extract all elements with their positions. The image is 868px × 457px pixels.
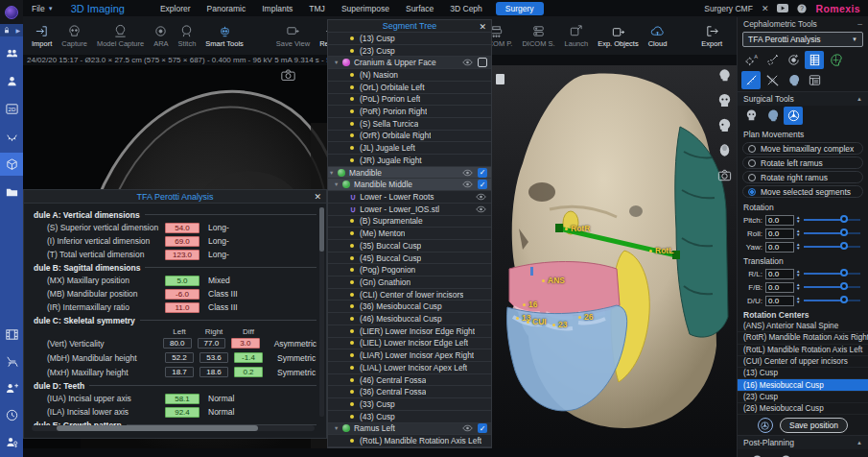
tree-item[interactable]: (LIER) Lower Incisor Edge Right [328,325,491,338]
slider-track[interactable] [804,232,860,234]
admin-user-nav-button[interactable] [0,430,23,453]
expand-arrow-icon[interactable]: ▾ [335,424,342,432]
tree-item[interactable]: ▾Mandible Middle✓ [328,179,491,191]
analysis-select[interactable]: TFA Perotti Analysis ▼ [742,32,863,47]
slider-thumb[interactable] [840,282,848,290]
tree-item[interactable]: (43) Cusp [328,411,491,423]
tree-item[interactable]: (LIAL) Lower Incisor Apex Left [328,362,491,374]
radio-move-selected-segments[interactable]: Move selected segments [742,185,863,198]
tree-item[interactable]: ∪Lower - Lower_IOS.stl [328,204,491,216]
stepper-icon[interactable]: ▲▼ [796,270,800,277]
import-button[interactable]: Import [27,24,57,48]
tree-item[interactable]: (23) Cusp [328,45,491,58]
rotation-axis-button[interactable] [784,107,803,125]
stitch-button[interactable]: Stitch [174,24,201,48]
dicom-s-button[interactable]: DICOM S. [517,24,559,48]
horizontal-scrollbar[interactable] [32,425,315,431]
tree-item[interactable]: (33) Cusp [328,398,491,411]
slider-track[interactable] [804,286,860,288]
slider-value-input[interactable] [765,242,794,253]
tree-item[interactable]: (OrR) Orbitale Right [328,131,491,143]
capture-button[interactable]: Capture [57,24,92,48]
slider-value-input[interactable] [765,282,794,293]
film-report-nav-button[interactable] [0,323,23,346]
hide-measure-button[interactable] [762,71,782,89]
stepper-icon[interactable]: ▲▼ [796,283,800,291]
rotation-center-item[interactable]: (CUI) Center of upper incisors [738,356,868,368]
stepper-icon[interactable]: ▲▼ [796,216,800,224]
rotation-center-item[interactable]: (23) Cusp [738,392,868,403]
stepper-icon[interactable]: ▲▼ [796,229,800,237]
close-icon[interactable]: ✕ [762,4,769,13]
view-skull-front-button[interactable] [715,90,734,109]
smart-tools-button[interactable]: Smart Tools [200,24,247,48]
tree-item[interactable]: (B) Supramentale [328,216,491,228]
launch-button[interactable]: Launch [560,24,594,48]
segment-checkbox[interactable]: ✓ [478,180,487,189]
slider-value-input[interactable] [765,228,794,239]
3d-module-nav-button[interactable] [0,153,23,176]
tree-item[interactable]: (S) Sella Turcica [328,118,491,131]
minimize-icon[interactable]: – [857,19,862,29]
video-tutorial-icon[interactable] [777,4,788,12]
view-skull-top-button[interactable] [715,140,734,159]
help-icon[interactable]: ? [797,4,807,13]
eye-icon[interactable] [462,180,473,188]
tree-item[interactable]: ▾Cranium & Upper Face [328,57,491,69]
eye-icon[interactable] [476,193,486,201]
slider-thumb[interactable] [840,228,848,236]
radio-rotate-left-ramus[interactable]: Rotate left ramus [742,156,863,169]
post-op-skull-button[interactable] [776,452,795,457]
eye-icon[interactable] [462,169,473,177]
tree-item[interactable]: (JL) Jugale Left [328,142,491,155]
tree-item[interactable]: (45) Buccal Cusp [328,253,491,265]
surgical-tools-header[interactable]: Surgical Tools ▲ [738,91,868,106]
history-clock-nav-button[interactable] [0,403,23,426]
vertical-scrollbar[interactable] [319,207,324,417]
rotation-axis-button[interactable] [758,418,773,433]
tree-item[interactable]: (Gn) Gnathion [328,277,491,289]
rotation-center-item[interactable]: (26) Mesiobuccal Cusp [738,403,868,415]
save-view-button[interactable]: Save View [271,24,315,48]
post-planning-header[interactable]: Post-Planning ▲ [738,435,868,449]
model-capture-button[interactable]: Model Capture [92,24,149,48]
export-button[interactable]: Export [696,24,727,48]
rotation-center-item[interactable]: (RotR) Mandible Rotation Axis Right [738,332,868,344]
landmark-edit-button[interactable] [762,51,782,69]
exp-objects-button[interactable]: Exp. Objects [593,24,644,48]
rotation-center-item[interactable]: (ANS) Anterior Nasal Spine [738,321,868,332]
2d-module-nav-button[interactable]: 2D [0,97,23,120]
slider-thumb[interactable] [840,296,848,303]
tree-item[interactable]: (36) Central Fossa [328,386,491,398]
rotate-landmark-button[interactable] [784,51,803,69]
report-table-button[interactable] [805,71,824,89]
tree-item[interactable]: (PoR) Porion Right [328,106,491,118]
tab-tmj[interactable]: TMJ [309,4,325,13]
add-patient-nav-button[interactable] [0,376,23,399]
face-mesh-button[interactable] [826,51,845,69]
tree-item[interactable]: (N) Nasion [328,69,491,82]
segment-checkbox[interactable] [478,58,487,67]
close-icon[interactable]: ✕ [479,20,486,34]
eye-icon[interactable] [462,59,473,66]
draw-measure-button[interactable] [741,71,761,89]
tree-item[interactable]: ▾Ramus Left✓ [328,423,491,436]
viewport-3d[interactable]: RotRRotLANS1613CUI2326 [492,65,737,448]
radio-move-bimaxillary-complex[interactable]: Move bimaxillary complex [742,142,863,155]
soft-tissue-face-button[interactable] [762,107,782,125]
slider-value-input[interactable] [765,296,794,306]
tree-item[interactable]: ∪Lower - Lower Roots [328,191,491,204]
tree-item[interactable]: (Pog) Pogonion [328,264,491,277]
slider-track[interactable] [804,300,860,301]
smile-arch-nav-button[interactable] [0,125,23,148]
radio-rotate-right-ramus[interactable]: Rotate right ramus [742,171,863,183]
tree-item[interactable]: (36) Mesiobuccal Cusp [328,301,491,313]
rotation-center-item[interactable]: (16) Mesiobuccal Cusp [738,379,868,391]
close-icon[interactable]: ✕ [314,190,321,204]
tab-implants[interactable]: Implants [262,4,293,13]
eye-icon[interactable] [462,424,473,432]
tree-item[interactable]: (RotL) Mandible Rotation Axis Left [328,435,491,447]
dental-chair-nav-button[interactable] [0,349,23,373]
slider-track[interactable] [804,273,860,275]
slider-thumb[interactable] [840,269,848,277]
